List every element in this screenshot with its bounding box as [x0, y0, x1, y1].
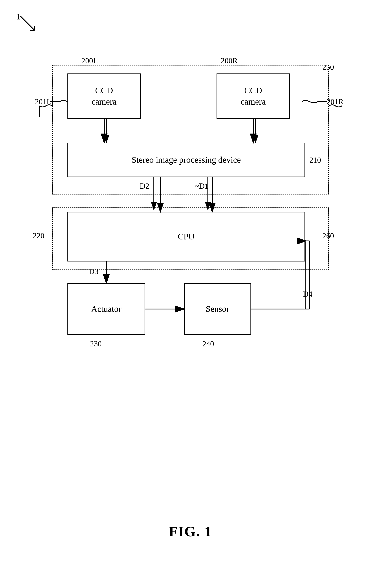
- ref-D4: D4: [303, 290, 313, 299]
- actuator-label: Actuator: [91, 303, 122, 315]
- page: 1: [0, 0, 381, 588]
- ref-250: 250: [322, 63, 334, 72]
- ccd-right-box: CCDcamera: [216, 73, 290, 119]
- svg-line-0: [21, 16, 35, 30]
- stereo-box: Stereo image processing device: [67, 143, 305, 177]
- ccd-left-box: CCDcamera: [67, 73, 141, 119]
- ccd-left-label: CCDcamera: [92, 85, 116, 107]
- sensor-box: Sensor: [184, 283, 251, 335]
- sensor-label: Sensor: [206, 303, 229, 315]
- ref-D2: D2: [140, 182, 149, 190]
- ref-220: 220: [33, 231, 44, 240]
- stereo-label: Stereo image processing device: [132, 154, 241, 166]
- ref-210: 210: [309, 156, 321, 165]
- ref-260: 260: [322, 231, 334, 240]
- fig-ref-container: 1: [16, 12, 42, 39]
- cpu-label: CPU: [178, 231, 195, 242]
- ref-D3: D3: [89, 267, 99, 276]
- ref-200R: 200R: [221, 56, 238, 65]
- figure-title: FIG. 1: [169, 523, 212, 540]
- ref-240: 240: [203, 339, 214, 348]
- ref-230: 230: [90, 339, 102, 348]
- ref-D1: ~D1: [195, 182, 209, 190]
- cpu-box: CPU: [67, 212, 305, 261]
- fig-ref-label: 1: [16, 12, 20, 21]
- ref-201L: 201L: [35, 97, 51, 106]
- ref-201R: 201R: [327, 97, 344, 106]
- ref-200L: 200L: [82, 56, 98, 65]
- diagram: CCDcamera CCDcamera Stereo image process…: [39, 30, 342, 506]
- ccd-right-label: CCDcamera: [241, 85, 266, 107]
- actuator-box: Actuator: [67, 283, 145, 335]
